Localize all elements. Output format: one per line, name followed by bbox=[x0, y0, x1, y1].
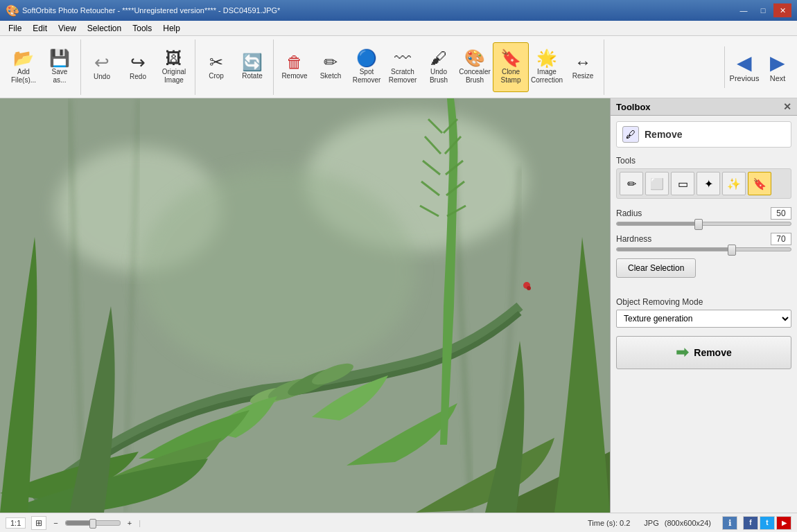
hardness-value: 70 bbox=[771, 233, 791, 245]
rotate-button[interactable]: 🔄 Rotate bbox=[234, 42, 270, 92]
add-files-button[interactable]: 📂 AddFile(s)... bbox=[6, 42, 42, 92]
clone-stamp-button[interactable]: 🔖 CloneStamp bbox=[493, 42, 529, 92]
titlebar: 🎨 SoftOrbits Photo Retoucher - ****Unreg… bbox=[0, 0, 797, 21]
remove-button[interactable]: 🗑 Remove bbox=[277, 42, 313, 92]
save-as-icon: 💾 bbox=[49, 50, 70, 66]
app-title: SoftOrbits Photo Retoucher - ****Unregis… bbox=[22, 6, 280, 15]
tools-section-label: Tools bbox=[616, 156, 791, 166]
remove-label: Remove bbox=[281, 72, 307, 80]
remove-tool-icon: 🖋 bbox=[622, 126, 639, 143]
close-button[interactable]: ✕ bbox=[773, 3, 791, 17]
undo-brush-button[interactable]: 🖌 UndoBrush bbox=[421, 42, 457, 92]
zoom-slider[interactable] bbox=[65, 520, 121, 526]
original-image-button[interactable]: 🖼 OriginalImage bbox=[156, 42, 192, 92]
hardness-slider-track[interactable] bbox=[616, 247, 791, 251]
undo-button[interactable]: ↩ Undo bbox=[84, 42, 120, 92]
object-removing-mode-section: Object Removing Mode Texture generation bbox=[616, 297, 791, 328]
canvas-image bbox=[0, 98, 610, 513]
app-icon: 🎨 bbox=[6, 4, 19, 17]
toolbox-close-button[interactable]: ✕ bbox=[783, 101, 791, 112]
stamp-tool-button[interactable]: 🔖 bbox=[748, 172, 771, 195]
pencil-tool-button[interactable]: ✏ bbox=[620, 172, 643, 195]
undo-icon: ↩ bbox=[94, 53, 110, 71]
spot-remover-icon: 🔵 bbox=[356, 50, 377, 66]
undo-brush-icon: 🖌 bbox=[430, 50, 447, 66]
spot-remover-label: SpotRemover bbox=[353, 68, 381, 85]
menu-edit[interactable]: Edit bbox=[27, 22, 53, 35]
next-button[interactable]: ▶ Next bbox=[761, 42, 794, 92]
concealer-brush-button[interactable]: 🎨 ConcealerBrush bbox=[457, 42, 493, 92]
sparkle-tool-button[interactable]: ✨ bbox=[722, 172, 746, 195]
minimize-button[interactable]: — bbox=[735, 3, 753, 17]
image-correction-icon: 🌟 bbox=[536, 50, 557, 66]
next-icon: ▶ bbox=[770, 51, 785, 74]
menu-selection[interactable]: Selection bbox=[82, 22, 127, 35]
file-tools-group: 📂 AddFile(s)... 💾 Saveas... bbox=[3, 39, 81, 95]
zoom-out-icon[interactable]: − bbox=[52, 519, 59, 527]
radius-slider-header: Radius 50 bbox=[616, 207, 791, 220]
zoom-in-icon[interactable]: + bbox=[126, 519, 133, 527]
menu-tools[interactable]: Tools bbox=[127, 22, 157, 35]
concealer-brush-label: ConcealerBrush bbox=[459, 68, 491, 85]
spot-remover-button[interactable]: 🔵 SpotRemover bbox=[349, 42, 385, 92]
toolbox-header: Toolbox ✕ bbox=[611, 98, 797, 116]
resize-button[interactable]: ↔ Resize bbox=[565, 42, 601, 92]
crop-icon: ✂ bbox=[209, 54, 223, 71]
youtube-button[interactable]: ▶ bbox=[776, 516, 791, 530]
radius-slider-thumb[interactable] bbox=[694, 219, 703, 230]
edit-tools-group: 🗑 Remove ✏ Sketch 🔵 SpotRemover 〰 Scratc… bbox=[274, 39, 604, 95]
maximize-button[interactable]: □ bbox=[754, 3, 772, 17]
toolbox-title: Toolbox bbox=[616, 102, 651, 112]
previous-button[interactable]: ◀ Previous bbox=[728, 42, 761, 92]
undo-brush-label: UndoBrush bbox=[430, 68, 448, 85]
social-buttons: f t ▶ bbox=[743, 516, 791, 530]
status-divider-1: | bbox=[139, 519, 141, 527]
rotate-label: Rotate bbox=[242, 72, 262, 80]
sketch-button[interactable]: ✏ Sketch bbox=[313, 42, 349, 92]
add-files-icon: 📂 bbox=[13, 50, 34, 66]
object-removing-mode-label: Object Removing Mode bbox=[616, 297, 791, 307]
info-button[interactable]: ℹ bbox=[722, 516, 737, 530]
zoom-slider-thumb[interactable] bbox=[89, 519, 96, 529]
canvas-area[interactable] bbox=[0, 98, 610, 513]
toolbar: 📂 AddFile(s)... 💾 Saveas... ↩ Undo ↪ Red… bbox=[0, 36, 797, 98]
undo-label: Undo bbox=[94, 73, 110, 81]
menu-view[interactable]: View bbox=[53, 22, 82, 35]
clone-stamp-icon: 🔖 bbox=[500, 50, 521, 66]
radius-value: 50 bbox=[771, 207, 791, 220]
scratch-remover-button[interactable]: 〰 ScratchRemover bbox=[385, 42, 421, 92]
rect-select-tool-button[interactable]: ▭ bbox=[671, 172, 694, 195]
remove-header: 🖋 Remove bbox=[616, 121, 791, 148]
crop-button[interactable]: ✂ Crop bbox=[198, 42, 234, 92]
menu-file[interactable]: File bbox=[3, 22, 27, 35]
facebook-button[interactable]: f bbox=[743, 516, 758, 530]
clear-selection-button[interactable]: Clear Selection bbox=[616, 258, 696, 278]
original-image-icon: 🖼 bbox=[166, 50, 182, 66]
add-files-label: AddFile(s)... bbox=[11, 68, 36, 85]
image-correction-button[interactable]: 🌟 ImageCorrection bbox=[529, 42, 565, 92]
redo-button[interactable]: ↪ Redo bbox=[120, 42, 156, 92]
eraser-tool-button[interactable]: ⬜ bbox=[645, 172, 669, 195]
save-as-button[interactable]: 💾 Saveas... bbox=[42, 42, 78, 92]
radius-slider-fill bbox=[617, 222, 699, 225]
svg-point-23 bbox=[527, 286, 531, 290]
rotate-icon: 🔄 bbox=[242, 54, 263, 71]
magic-wand-tool-button[interactable]: ✦ bbox=[697, 172, 720, 195]
crop-label: Crop bbox=[209, 72, 224, 80]
hardness-slider-row: Hardness 70 bbox=[616, 233, 791, 251]
menubar: File Edit View Selection Tools Help bbox=[0, 21, 797, 36]
tools-section: Tools ✏ ⬜ ▭ ✦ ✨ 🔖 bbox=[616, 156, 791, 199]
mode-select[interactable]: Texture generation bbox=[616, 310, 791, 328]
remove-action-label: Remove bbox=[694, 347, 731, 358]
menu-help[interactable]: Help bbox=[157, 22, 186, 35]
tools-row: ✏ ⬜ ▭ ✦ ✨ 🔖 bbox=[616, 168, 791, 199]
hardness-slider-thumb[interactable] bbox=[728, 245, 736, 256]
fit-view-button[interactable]: ⊞ bbox=[31, 516, 46, 530]
previous-label: Previous bbox=[730, 74, 760, 82]
window-controls: — □ ✕ bbox=[735, 3, 791, 17]
twitter-button[interactable]: t bbox=[760, 516, 775, 530]
resize-label: Resize bbox=[572, 72, 594, 80]
zoom-display: 1:1 bbox=[6, 517, 26, 529]
radius-slider-track[interactable] bbox=[616, 222, 791, 226]
remove-action-button[interactable]: ➡ Remove bbox=[616, 336, 791, 369]
